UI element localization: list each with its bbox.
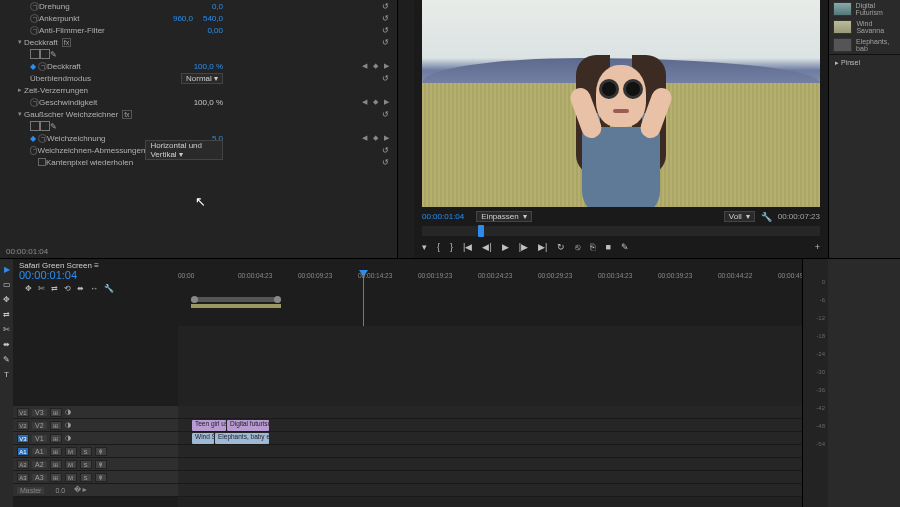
transport-button-9[interactable]: ⎋ — [575, 242, 580, 252]
track-label[interactable]: A2 — [32, 461, 47, 468]
panel-group-toggle[interactable]: ▸ Pinsel — [829, 54, 900, 71]
track-source-patch[interactable]: V3 — [17, 434, 29, 443]
reset-icon[interactable]: ↺ — [382, 74, 389, 83]
transport-button-4[interactable]: ◀| — [482, 242, 491, 252]
track-header-a2[interactable]: A2A2⊞MS🎙 — [13, 458, 178, 471]
program-tc-left[interactable]: 00:00:01:04 — [422, 212, 464, 221]
transport-button-8[interactable]: ↻ — [557, 242, 565, 252]
timeline-clip[interactable]: Teen girl us — [192, 420, 226, 431]
transport-button-7[interactable]: ▶| — [538, 242, 547, 252]
track-label[interactable]: A3 — [32, 474, 47, 481]
track-source-patch[interactable]: V2 — [17, 421, 29, 430]
timeline-tool-icon[interactable]: ✄ — [38, 284, 45, 293]
mask-pen-icon[interactable]: ✎ — [50, 50, 57, 59]
transport-button-12[interactable]: ✎ — [621, 242, 629, 252]
timeline-clip[interactable]: Digital futurism gre — [227, 420, 269, 431]
property-dropdown[interactable]: Horizontal und Vertikal ▾ — [145, 140, 223, 160]
keyframe-nav[interactable]: ◀ ◆ ▶ — [362, 98, 391, 106]
transport-button-5[interactable]: ▶ — [502, 242, 509, 252]
track-header-v1[interactable]: V3V1⊞◑ — [13, 432, 178, 445]
timeline-clip[interactable]: Wind Sava — [192, 433, 214, 444]
timeline-tool-icon[interactable]: ↔ — [90, 284, 98, 293]
track-lane-v1[interactable]: Wind SavaElephants, baby ele — [178, 432, 802, 445]
timeline-tool-icon[interactable]: ⟲ — [64, 284, 71, 293]
tool-button[interactable]: ⬌ — [3, 340, 10, 349]
transport-button-2[interactable]: } — [450, 242, 453, 252]
property-dropdown[interactable]: Normal ▾ — [181, 73, 223, 84]
stopwatch-icon[interactable] — [30, 146, 37, 155]
work-area-bar[interactable] — [191, 304, 281, 308]
track-lanes[interactable]: Teen girl usDigital futurism greWind Sav… — [178, 326, 802, 507]
track-lane-v2[interactable]: Teen girl usDigital futurism gre — [178, 419, 802, 432]
track-lane-v3[interactable] — [178, 406, 802, 419]
track-label[interactable]: V2 — [32, 422, 47, 429]
track-toggle[interactable]: ⊞ — [50, 473, 62, 482]
track-lane-a1[interactable] — [178, 445, 802, 458]
track-toggle[interactable]: M — [65, 447, 77, 456]
timeline-timecode[interactable]: 00:00:01:04 — [19, 269, 178, 281]
mask-pen-icon[interactable]: ✎ — [50, 122, 57, 131]
program-frame[interactable] — [422, 0, 820, 207]
track-source-patch[interactable]: A3 — [17, 473, 29, 482]
tool-button[interactable]: ▭ — [3, 280, 11, 289]
bin-item[interactable]: Elephants, bab — [829, 36, 900, 54]
track-lane-master[interactable] — [178, 484, 802, 497]
time-ruler[interactable]: 00:0000:00:04:2300:00:09:2300:00:14:2300… — [178, 272, 802, 296]
bin-item[interactable]: Digital Futurism — [829, 0, 900, 18]
track-toggle[interactable]: S — [80, 473, 92, 482]
program-tc-right[interactable]: 00:00:07:23 — [778, 212, 820, 221]
tool-button[interactable]: ✄ — [3, 325, 10, 334]
track-source-patch[interactable]: V1 — [17, 408, 29, 417]
track-toggle[interactable]: ⊞ — [50, 434, 62, 443]
stopwatch-icon[interactable] — [38, 134, 47, 143]
tool-button[interactable]: ⇄ — [3, 310, 10, 319]
track-header-master[interactable]: Master0.0�► — [13, 484, 178, 497]
reset-icon[interactable]: ↺ — [382, 146, 389, 155]
track-header-v3[interactable]: V1V3⊞◑ — [13, 406, 178, 419]
mask-ellipse-icon[interactable] — [30, 121, 40, 131]
timeline-clip[interactable]: Elephants, baby ele — [215, 433, 269, 444]
wrench-icon[interactable]: 🔧 — [761, 212, 772, 222]
track-toggle[interactable]: ⊞ — [50, 460, 62, 469]
track-lane-a3[interactable] — [178, 471, 802, 484]
track-eye-icon[interactable]: ◑ — [65, 434, 71, 442]
track-source-patch[interactable]: A1 — [17, 447, 29, 456]
mask-ellipse-icon[interactable] — [30, 49, 40, 59]
stopwatch-icon[interactable] — [30, 2, 39, 11]
mask-rect-icon[interactable] — [40, 121, 50, 131]
zoom-fit-dropdown[interactable]: Einpassen ▾ — [476, 211, 531, 222]
property-value[interactable]: 100,0 % — [194, 98, 223, 107]
stopwatch-icon[interactable] — [30, 98, 39, 107]
reset-icon[interactable]: ↺ — [382, 158, 389, 167]
property-value[interactable]: 100,0 % — [194, 62, 223, 71]
reset-icon[interactable]: ↺ — [382, 14, 389, 23]
timeline-tool-icon[interactable]: 🔧 — [104, 284, 114, 293]
track-toggle[interactable]: 🎙 — [95, 447, 107, 456]
keyframe-diamond-icon[interactable]: ◆ — [30, 62, 36, 71]
track-toggle[interactable]: ⊞ — [50, 408, 62, 417]
checkbox[interactable] — [38, 158, 46, 166]
quality-dropdown[interactable]: Voll ▾ — [724, 211, 755, 222]
track-lane-a2[interactable] — [178, 458, 802, 471]
track-toggle[interactable]: M — [65, 460, 77, 469]
track-toggle[interactable]: 🎙 — [95, 473, 107, 482]
bin-item[interactable]: Wind Savanna — [829, 18, 900, 36]
stopwatch-icon[interactable] — [30, 26, 39, 35]
track-label[interactable]: V3 — [32, 409, 47, 416]
tool-button[interactable]: ▶ — [4, 265, 10, 274]
property-value[interactable]: 0,00 — [207, 26, 223, 35]
scrubber-handle[interactable] — [478, 225, 484, 237]
track-toggle[interactable]: 🎙 — [95, 460, 107, 469]
keyframe-nav[interactable]: ◀ ◆ ▶ — [362, 62, 391, 70]
transport-button-10[interactable]: ⎘ — [590, 242, 595, 252]
zoom-scrollbar[interactable] — [191, 297, 281, 302]
add-button[interactable]: + — [815, 242, 820, 252]
transport-button-3[interactable]: |◀ — [463, 242, 472, 252]
track-eye-icon[interactable]: ◑ — [65, 408, 71, 416]
timeline-tool-icon[interactable]: ⬌ — [77, 284, 84, 293]
track-header-a3[interactable]: A3A3⊞MS🎙 — [13, 471, 178, 484]
track-eye-icon[interactable]: ◑ — [65, 421, 71, 429]
reset-icon[interactable]: ↺ — [382, 38, 389, 47]
property-value[interactable]: 0,0 — [212, 2, 223, 11]
tool-button[interactable]: ✥ — [3, 295, 10, 304]
